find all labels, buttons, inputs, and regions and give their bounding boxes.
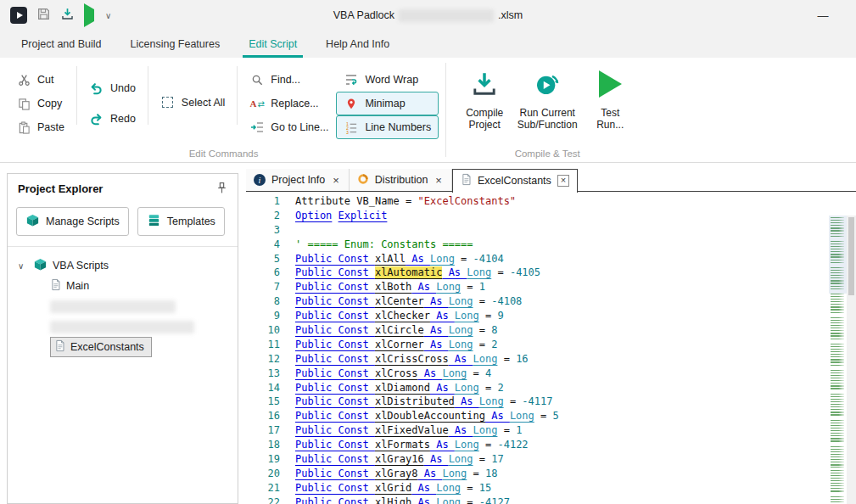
ribbon-tab-help-and-info[interactable]: Help And Info	[311, 31, 404, 58]
tree-item-label: ExcelConstants	[70, 341, 144, 353]
line-number: 13	[246, 367, 280, 381]
cut-icon	[16, 72, 31, 87]
code-line: 15Public Const xlDistributed As Long = -…	[246, 395, 827, 409]
line-numbers-icon: 123	[344, 120, 359, 135]
code-line: 7Public Const xlBoth As Long = 1	[246, 280, 827, 294]
code-text: Public Const xlDoubleAccounting As Long …	[280, 409, 559, 423]
run-current-button[interactable]: Run Current Sub/Function	[516, 58, 579, 147]
line-number: 9	[246, 309, 280, 323]
redacted-text	[50, 300, 176, 313]
redacted-filename	[399, 9, 494, 22]
svg-text:3: 3	[346, 129, 349, 133]
ribbon: Cut Copy Paste	[0, 58, 856, 163]
tab-label: Distribution	[375, 174, 428, 186]
run-current-icon	[534, 68, 561, 100]
compile-icon	[471, 68, 498, 100]
scrollbar[interactable]	[847, 216, 856, 504]
ribbon-tab-edit-script[interactable]: Edit Script	[234, 31, 311, 58]
code-line: 20Public Const xlGray8 As Long = 18	[246, 467, 827, 481]
code-text: Public Const xlAutomatic As Long = -4105	[280, 266, 540, 280]
divider	[76, 66, 77, 125]
cut-button[interactable]: Cut	[8, 68, 72, 92]
scrollbar-thumb[interactable]	[848, 217, 854, 295]
goto-line-button[interactable]: Go to Line...	[242, 115, 336, 139]
paste-icon	[16, 120, 31, 135]
clipboard-column: Cut Copy Paste	[8, 58, 72, 147]
code-text: Public Const xlCenter As Long = -4108	[280, 294, 522, 309]
editor-tab-project-info[interactable]: iProject Info×	[246, 169, 350, 191]
code-line: 12Public Const xlCrissCross As Long = 16	[246, 352, 827, 367]
undo-button[interactable]: Undo	[81, 76, 143, 100]
close-tab-icon[interactable]: ×	[434, 175, 444, 186]
build-export-icon[interactable]	[60, 7, 75, 24]
view-options-column: Word Wrap Minimap 123 Line Numbers	[336, 58, 439, 147]
ribbon-tab-licensing-features[interactable]: Licensing Features	[116, 31, 235, 58]
line-number: 14	[246, 381, 280, 395]
code-text: Public Const xlGray8 As Long = 18	[280, 467, 497, 481]
cube-icon	[33, 257, 48, 274]
word-wrap-icon	[344, 72, 359, 87]
chevron-down-icon[interactable]: ∨	[18, 261, 28, 271]
redo-button[interactable]: Redo	[81, 107, 143, 131]
templates-button[interactable]: Templates	[137, 207, 225, 236]
toolbar-more-icon[interactable]: ∨	[105, 11, 111, 20]
code-text: Attribute VB_Name = "ExcelConstants"	[280, 194, 516, 209]
line-number: 22	[246, 496, 280, 504]
code-line: 9Public Const xlChecker As Long = 9	[246, 309, 827, 323]
code-line: 16Public Const xlDoubleAccounting As Lon…	[246, 409, 827, 423]
code-text	[280, 223, 295, 238]
paste-button[interactable]: Paste	[8, 115, 72, 139]
save-icon[interactable]	[36, 7, 51, 24]
tab-label: Project Info	[271, 174, 325, 186]
tree-item-excelconstants[interactable]: ExcelConstants	[8, 337, 238, 357]
code-text: ' ===== Enum: Constants =====	[280, 238, 473, 252]
copy-button[interactable]: Copy	[8, 92, 72, 115]
test-run-button[interactable]: Test Run...	[579, 58, 641, 147]
select-all-button[interactable]: Select All	[153, 91, 232, 115]
window-title: VBA Padlock .xlsm	[0, 0, 856, 31]
compile-test-group: Compile Project Run Current Sub/Function…	[453, 58, 641, 162]
line-number: 2	[246, 209, 280, 223]
ribbon-tab-project-and-build[interactable]: Project and Build	[7, 31, 116, 58]
line-number: 1	[246, 194, 280, 209]
line-number: 18	[246, 438, 280, 452]
line-numbers-toggle[interactable]: 123 Line Numbers	[336, 115, 439, 139]
tree-root-vba-scripts[interactable]: ∨ VBA Scripts	[8, 255, 238, 276]
minimap-viewport[interactable]	[829, 216, 847, 294]
line-number: 20	[246, 467, 280, 481]
tree-item-main[interactable]: Main	[8, 276, 238, 296]
distribution-icon	[357, 173, 369, 188]
minimap-toggle[interactable]: Minimap	[336, 92, 439, 115]
tree-item-redacted[interactable]	[8, 296, 238, 316]
word-wrap-button[interactable]: Word Wrap	[336, 68, 439, 92]
redacted-text	[50, 321, 194, 333]
line-number: 4	[246, 238, 280, 252]
close-tab-icon[interactable]: ×	[557, 175, 569, 187]
tree-item-redacted[interactable]	[8, 316, 238, 337]
close-tab-icon[interactable]: ×	[331, 175, 341, 186]
replace-button[interactable]: A⇄ Replace...	[242, 92, 336, 115]
edit-commands-group: Cut Copy Paste	[8, 58, 439, 162]
editor-tab-excelconstants[interactable]: ExcelConstants×	[452, 169, 578, 193]
run-icon[interactable]	[84, 9, 94, 21]
manage-scripts-button[interactable]: Manage Scripts	[16, 207, 129, 236]
code-text: Public Const xlDiamond As Long = 2	[280, 381, 504, 395]
minimap[interactable]	[829, 216, 847, 504]
editor-tab-strip: iProject Info×Distribution×ExcelConstant…	[246, 168, 856, 192]
code-line: 8Public Const xlCenter As Long = -4108	[246, 294, 827, 309]
code-line: 18Public Const xlFormats As Long = -4122	[246, 438, 827, 452]
select-all-icon	[160, 95, 176, 110]
pin-icon[interactable]	[215, 182, 229, 195]
app-logo-icon[interactable]	[10, 7, 27, 24]
code-line: 19Public Const xlGray16 As Long = 17	[246, 452, 827, 467]
code-line: 22Public Const xlHigh As Long = -4127	[246, 496, 827, 504]
info-icon: i	[254, 174, 266, 186]
compile-project-button[interactable]: Compile Project	[453, 58, 516, 147]
find-button[interactable]: Find...	[242, 68, 336, 92]
code-editor[interactable]: 1Attribute VB_Name = "ExcelConstants"2Op…	[246, 192, 856, 504]
editor-tab-distribution[interactable]: Distribution×	[350, 169, 452, 191]
minimize-button[interactable]: —	[810, 5, 836, 25]
code-text: Public Const xlChecker As Long = 9	[280, 309, 504, 323]
code-line: 6Public Const xlAutomatic As Long = -410…	[246, 266, 827, 280]
code-line: 3	[246, 223, 827, 238]
